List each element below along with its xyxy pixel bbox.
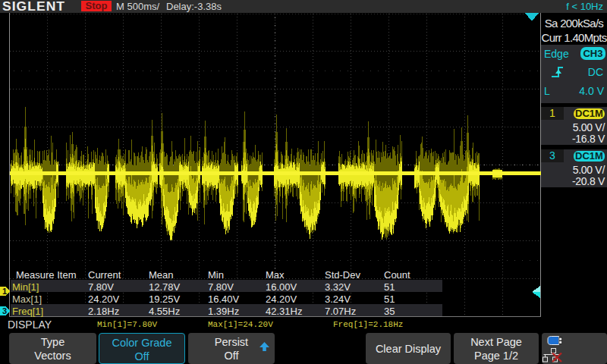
svg-text:3: 3 (2, 306, 7, 315)
svg-text:1: 1 (2, 287, 7, 296)
